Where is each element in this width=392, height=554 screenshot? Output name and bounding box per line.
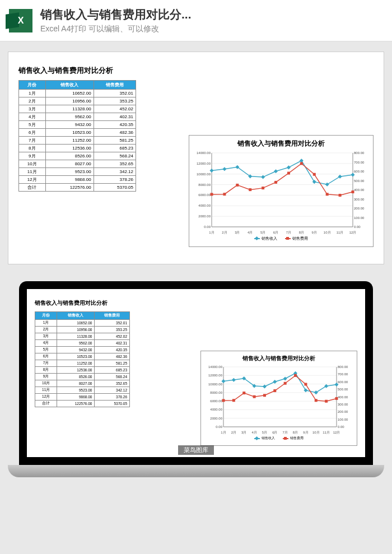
chart-legend: 销售收入 销售费用 (193, 236, 370, 241)
svg-rect-54 (236, 184, 239, 187)
svg-text:0.00: 0.00 (354, 225, 361, 229)
svg-text:12月: 12月 (349, 231, 357, 234)
svg-text:700.00: 700.00 (354, 161, 365, 164)
svg-text:300.00: 300.00 (354, 198, 365, 201)
table-row: 8月12536.00685.23 (35, 367, 130, 374)
svg-text:6月: 6月 (272, 431, 277, 434)
table-row: 合计122576.005370.05 (19, 184, 136, 192)
svg-text:200.00: 200.00 (354, 207, 365, 210)
laptop-mockup: 销售收入与销售费用对比分析 月份 销售收入 销售费用 1月10652.00352… (8, 281, 384, 477)
svg-text:2月: 2月 (222, 231, 227, 234)
svg-rect-114 (324, 384, 328, 388)
table-row: 9月8526.00568.24 (19, 152, 136, 160)
col-month: 月份 (19, 81, 46, 90)
svg-text:10000.00: 10000.00 (208, 383, 223, 386)
table-row: 9月8526.00568.24 (35, 374, 130, 380)
svg-text:12000.00: 12000.00 (197, 162, 211, 165)
svg-text:300.00: 300.00 (338, 403, 348, 406)
svg-rect-58 (287, 172, 290, 175)
svg-text:5月: 5月 (260, 231, 265, 234)
col-expense: 销售费用 (94, 81, 136, 90)
table-row: 1月10652.00352.01 (19, 90, 136, 97)
svg-text:0.00: 0.00 (338, 425, 344, 429)
table-body: 1月10652.00352.012月10956.00353.253月11328.… (19, 90, 136, 192)
header-text: 销售收入与销售费用对比分... Excel A4打印 可以编辑、可以修改 (40, 7, 383, 34)
svg-text:4000.00: 4000.00 (210, 408, 222, 411)
svg-rect-53 (223, 193, 226, 195)
svg-text:700.00: 700.00 (338, 373, 348, 376)
svg-rect-57 (274, 181, 277, 184)
svg-text:500.00: 500.00 (354, 179, 365, 183)
svg-text:0.00: 0.00 (204, 225, 211, 229)
table-row: 11月9523.00342.12 (19, 168, 136, 176)
svg-rect-109 (273, 380, 277, 384)
col-month: 月份 (35, 312, 57, 320)
svg-rect-112 (304, 388, 307, 392)
svg-rect-51 (351, 173, 354, 176)
svg-rect-44 (261, 175, 265, 179)
excel-icon: X (9, 9, 32, 32)
svg-text:9月: 9月 (312, 231, 317, 234)
svg-rect-110 (283, 376, 287, 380)
table-row: 4月9562.00402.31 (35, 340, 130, 347)
svg-text:1月: 1月 (209, 231, 214, 234)
table-row: 5月9432.00420.35 (35, 347, 130, 353)
svg-rect-61 (326, 193, 329, 195)
svg-rect-63 (352, 190, 354, 193)
table-row: 8月12536.00685.23 (19, 145, 136, 152)
col-income: 销售收入 (57, 312, 95, 320)
col-income: 销售收入 (45, 81, 94, 90)
table-row: 11月9523.00342.12 (35, 387, 130, 394)
svg-text:8月: 8月 (293, 431, 298, 434)
legend-income: 销售收入 (254, 436, 275, 441)
document-title-2: 销售收入与销售费用对比分析 (35, 299, 357, 307)
svg-rect-126 (325, 400, 328, 403)
svg-text:10000.00: 10000.00 (197, 173, 211, 176)
chart-container-2: 销售收入与销售费用对比分析 0.002000.004000.006000.008… (200, 351, 357, 446)
table-row: 12月9868.00378.26 (35, 394, 130, 401)
watermark: 菜鸟图库 (178, 445, 214, 455)
table-header-row: 月份 销售收入 销售费用 (19, 81, 136, 90)
svg-text:100.00: 100.00 (354, 216, 365, 220)
svg-text:6000.00: 6000.00 (210, 399, 222, 403)
chart-svg: 0.002000.004000.006000.008000.0010000.00… (193, 151, 370, 235)
col-expense: 销售费用 (95, 312, 130, 320)
svg-rect-123 (294, 374, 297, 377)
svg-text:8月: 8月 (299, 231, 304, 234)
table-row: 6月10523.00482.36 (35, 353, 130, 360)
data-table-2: 月份 销售收入 销售费用 1月10652.00352.012月10956.003… (35, 311, 130, 407)
svg-text:400.00: 400.00 (338, 395, 348, 399)
legend-expense: 销售费用 (283, 436, 304, 441)
svg-rect-55 (249, 188, 251, 191)
chart-title-2: 销售收入与销售费用对比分析 (204, 355, 353, 362)
table-row: 7月11252.00581.25 (35, 360, 130, 367)
table-row: 12月9868.00378.26 (19, 176, 136, 184)
svg-text:14000.00: 14000.00 (197, 151, 211, 155)
svg-rect-119 (253, 395, 256, 398)
chart-plot-area: 0.002000.004000.006000.008000.0010000.00… (193, 151, 370, 235)
table-row: 10月8027.00352.65 (35, 380, 130, 387)
svg-text:7月: 7月 (286, 231, 291, 234)
legend-expense: 销售费用 (285, 236, 308, 241)
chart-plot-area-2: 0.002000.004000.006000.008000.0010000.00… (204, 365, 353, 435)
table-row: 5月9432.00420.35 (19, 121, 136, 129)
svg-text:800.00: 800.00 (338, 365, 348, 369)
svg-text:9月: 9月 (303, 431, 308, 434)
svg-rect-41 (222, 167, 226, 171)
svg-text:100.00: 100.00 (338, 418, 348, 421)
svg-rect-60 (313, 173, 316, 176)
svg-text:4月: 4月 (251, 431, 256, 434)
svg-text:12月: 12月 (333, 431, 340, 434)
svg-text:6月: 6月 (273, 231, 278, 234)
svg-rect-48 (312, 180, 316, 184)
table-row: 4月9562.00402.31 (19, 113, 136, 121)
svg-rect-127 (335, 397, 338, 400)
legend-income: 销售收入 (254, 236, 277, 241)
table-row: 6月10523.00482.36 (19, 129, 136, 137)
svg-rect-117 (232, 399, 235, 402)
svg-text:4月: 4月 (248, 231, 253, 234)
svg-text:14000.00: 14000.00 (208, 365, 223, 369)
svg-rect-121 (273, 389, 276, 392)
table-row: 合计122576.005370.05 (35, 401, 130, 407)
document-title: 销售收入与销售费用对比分析 (18, 66, 374, 76)
